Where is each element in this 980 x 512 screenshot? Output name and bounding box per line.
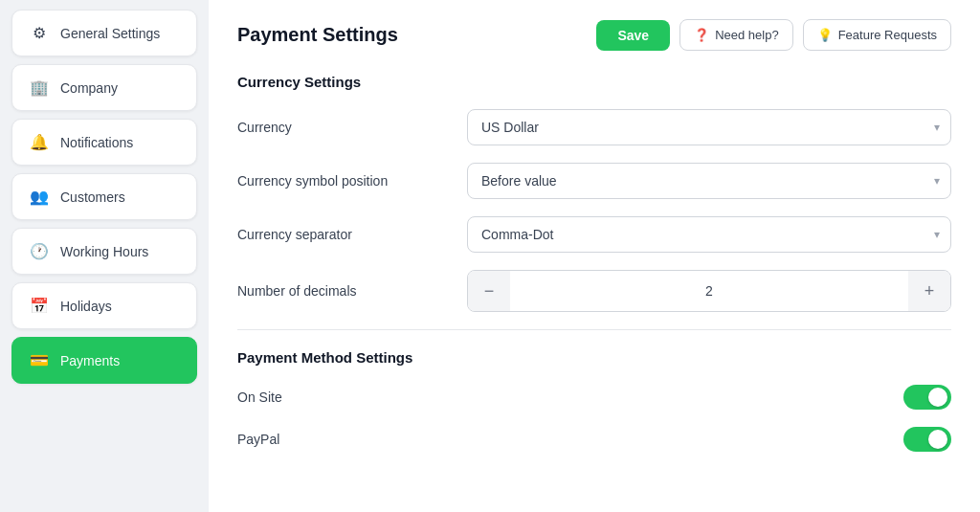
decimals-control: − +: [467, 270, 951, 312]
sidebar-item-holidays[interactable]: 📅 Holidays: [11, 282, 197, 329]
symbol-position-row: Currency symbol position Before value Af…: [237, 163, 951, 199]
separator-control: Comma-Dot Dot-Comma Space-Comma ▾: [467, 216, 951, 253]
separator-label: Currency separator: [237, 227, 467, 242]
page-header: Payment Settings Save ❓ Need help? 💡 Fea…: [237, 19, 951, 51]
payment-method-section-title: Payment Method Settings: [237, 349, 951, 366]
symbol-position-control: Before value After value ▾: [467, 163, 951, 199]
currency-select-wrapper: US Dollar Euro British Pound Japanese Ye…: [467, 109, 951, 145]
sidebar: ⚙ General Settings 🏢 Company 🔔 Notificat…: [0, 0, 209, 512]
calendar-icon: 📅: [30, 297, 49, 315]
page-title: Payment Settings: [237, 24, 398, 46]
sidebar-item-notifications[interactable]: 🔔 Notifications: [11, 119, 197, 166]
symbol-position-select-wrapper: Before value After value ▾: [467, 163, 951, 199]
paypal-row: PayPal: [237, 427, 951, 452]
symbol-position-label: Currency symbol position: [237, 173, 467, 189]
gear-icon: ⚙: [30, 24, 49, 42]
sidebar-item-payments[interactable]: 💳 Payments: [11, 337, 197, 384]
building-icon: 🏢: [30, 78, 49, 97]
sidebar-item-label: General Settings: [60, 26, 160, 41]
decimals-input[interactable]: [510, 271, 908, 311]
separator-select-wrapper: Comma-Dot Dot-Comma Space-Comma ▾: [467, 216, 951, 253]
need-help-button[interactable]: ❓ Need help?: [679, 19, 793, 51]
header-actions: Save ❓ Need help? 💡 Feature Requests: [596, 19, 951, 51]
sidebar-item-label: Notifications: [60, 135, 133, 150]
bell-icon: 🔔: [30, 133, 49, 151]
currency-section-title: Currency Settings: [237, 74, 951, 90]
currency-settings-section: Currency Settings Currency US Dollar Eur…: [237, 74, 951, 312]
clock-icon: 🕐: [30, 242, 49, 260]
sidebar-item-label: Payments: [60, 353, 120, 368]
main-content: Payment Settings Save ❓ Need help? 💡 Fea…: [209, 0, 980, 512]
card-icon: 💳: [30, 351, 49, 369]
on-site-toggle[interactable]: [903, 385, 951, 410]
separator-select[interactable]: Comma-Dot Dot-Comma Space-Comma: [467, 216, 951, 253]
symbol-position-select[interactable]: Before value After value: [467, 163, 951, 199]
on-site-row: On Site: [237, 385, 951, 410]
sidebar-item-company[interactable]: 🏢 Company: [11, 64, 197, 111]
sidebar-item-label: Customers: [60, 189, 125, 205]
increment-button[interactable]: +: [908, 271, 950, 311]
decimals-label: Number of decimals: [237, 283, 467, 299]
sidebar-item-working-hours[interactable]: 🕐 Working Hours: [11, 228, 197, 275]
save-button[interactable]: Save: [596, 20, 670, 51]
currency-row: Currency US Dollar Euro British Pound Ja…: [237, 109, 951, 145]
paypal-label: PayPal: [237, 432, 279, 447]
paypal-slider: [903, 427, 951, 452]
feature-requests-button[interactable]: 💡 Feature Requests: [803, 19, 951, 51]
sidebar-item-label: Holidays: [60, 299, 112, 314]
currency-label: Currency: [237, 120, 467, 135]
sidebar-item-label: Working Hours: [60, 244, 148, 259]
payment-method-settings-section: Payment Method Settings On Site PayPal: [237, 349, 951, 452]
on-site-label: On Site: [237, 390, 282, 405]
decimals-stepper: − +: [467, 270, 951, 312]
section-divider: [237, 329, 951, 330]
sidebar-item-customers[interactable]: 👥 Customers: [11, 173, 197, 220]
sidebar-item-general-settings[interactable]: ⚙ General Settings: [11, 10, 197, 56]
currency-control: US Dollar Euro British Pound Japanese Ye…: [467, 109, 951, 145]
decimals-row: Number of decimals − +: [237, 270, 951, 312]
on-site-slider: [903, 385, 951, 410]
currency-select[interactable]: US Dollar Euro British Pound Japanese Ye…: [467, 109, 951, 145]
paypal-toggle[interactable]: [903, 427, 951, 452]
decrement-button[interactable]: −: [468, 271, 510, 311]
users-icon: 👥: [30, 188, 49, 206]
separator-row: Currency separator Comma-Dot Dot-Comma S…: [237, 216, 951, 253]
question-icon: ❓: [694, 28, 709, 42]
sidebar-item-label: Company: [60, 80, 118, 96]
bulb-icon: 💡: [817, 28, 833, 42]
